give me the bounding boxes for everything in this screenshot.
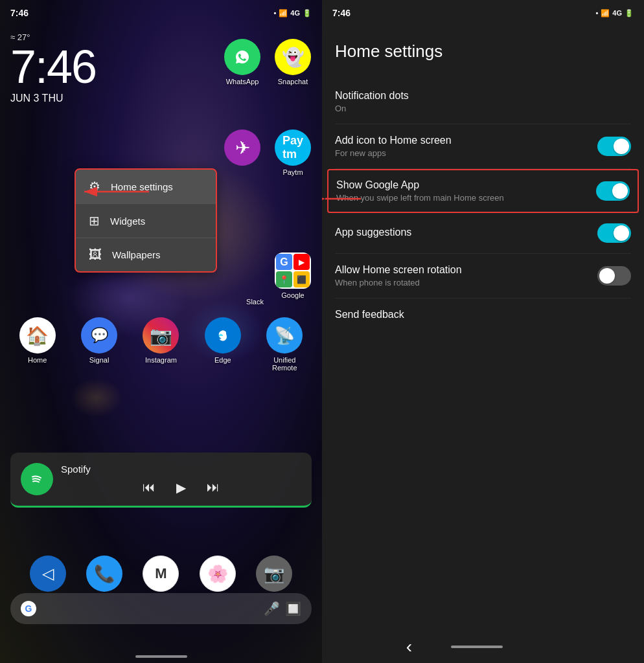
- google-apps-area: G ▶ 📍 ⬛ Google: [270, 253, 316, 299]
- wifi-icon: 📶: [279, 9, 288, 17]
- left-panel: 7:46 • 📶 4G 🔋 ≈ 27° 7:46 JUN 3 THU Whats…: [0, 0, 322, 663]
- add-icon-toggle-thumb: [614, 139, 629, 154]
- rotation-toggle[interactable]: [597, 266, 631, 286]
- camera-icon: 📷: [256, 556, 292, 592]
- settings-item-app-suggestions: App suggestions: [335, 213, 631, 254]
- google-multi-icon: G ▶ 📍 ⬛: [275, 253, 311, 289]
- app-icon-snapchat[interactable]: 👻 Snapchat: [270, 39, 316, 85]
- top-app-row: WhatsApp 👻 Snapchat: [220, 39, 316, 85]
- nav-bar-left: [0, 631, 322, 663]
- wallpapers-label: Wallpapers: [112, 249, 160, 260]
- settings-item-add-icon: Add icon to Home screen For new apps: [335, 124, 631, 169]
- clock-date: JUN 3 THU: [10, 93, 96, 104]
- app-icon-instagram[interactable]: 📷 Instagram: [138, 317, 183, 372]
- spotify-info: Spotify ⏮ ▶ ⏭: [61, 464, 301, 495]
- whatsapp-icon-circle: [224, 39, 260, 75]
- rotation-sub: When phone is rotated: [335, 278, 597, 287]
- show-google-text: Show Google App When you swipe left from…: [336, 179, 596, 203]
- prev-button[interactable]: ⏮: [143, 480, 155, 495]
- mic-icon[interactable]: 🎤: [264, 601, 280, 616]
- add-icon-toggle[interactable]: [597, 137, 631, 156]
- network-icon-right: 4G: [612, 9, 622, 17]
- unified-remote-icon-circle: 📡: [266, 317, 303, 354]
- edge-app-label: Edge: [214, 356, 231, 364]
- signal-icon-circle: 💬: [81, 317, 117, 354]
- app-suggestions-toggle-thumb: [614, 225, 629, 241]
- battery-icon-right: 🔋: [625, 9, 634, 17]
- app-icon-google[interactable]: G ▶ 📍 ⬛ Google: [270, 253, 316, 299]
- spotify-svg: [27, 469, 47, 489]
- search-bar[interactable]: G 🎤 🔲: [10, 593, 312, 624]
- add-icon-text: Add icon to Home screen For new apps: [335, 135, 597, 158]
- gear-icon: ⚙: [89, 179, 100, 194]
- slack-label-area: Slack: [246, 298, 264, 306]
- context-menu: ⚙ Home settings ⊞ Widgets 🖼 Wallpapers: [75, 168, 217, 273]
- play-button[interactable]: ▶: [176, 480, 186, 495]
- google-label: Google: [281, 291, 304, 299]
- time-right: 7:46: [332, 8, 351, 18]
- nav-bar-right: ‹: [322, 631, 644, 663]
- notification-dots-title: Notification dots: [335, 90, 631, 102]
- clock-time: 7:46: [10, 43, 96, 90]
- back-button[interactable]: ‹: [406, 636, 412, 657]
- add-icon-title: Add icon to Home screen: [335, 135, 597, 146]
- app-icon-home[interactable]: 🏠 Home: [15, 317, 60, 372]
- status-icons-left: • 📶 4G 🔋: [273, 9, 312, 17]
- plane-icon-circle: ✈: [224, 129, 260, 166]
- app-icon-unified-remote[interactable]: 📡 Unified Remote: [262, 317, 307, 372]
- instagram-icon-circle: 📷: [143, 317, 179, 354]
- settings-item-notification-dots: Notification dots On: [335, 80, 631, 124]
- dock-action-launcher[interactable]: ◁: [25, 556, 71, 592]
- mid-app-row: ✈ Paytm Paytm: [220, 129, 316, 176]
- home-indicator-right: [451, 646, 503, 648]
- widgets-icon: ⊞: [89, 213, 100, 229]
- home-app-label: Home: [28, 356, 47, 364]
- app-icon-plane[interactable]: ✈: [220, 129, 265, 176]
- app-icon-edge[interactable]: Edge: [200, 317, 246, 372]
- send-feedback-item[interactable]: Send feedback: [335, 298, 631, 331]
- notification-dots-sub: On: [335, 104, 631, 113]
- menu-item-wallpapers[interactable]: 🖼 Wallpapers: [76, 238, 216, 271]
- clock-widget: ≈ 27° 7:46 JUN 3 THU: [10, 32, 96, 104]
- unified-remote-app-label: Unified Remote: [262, 356, 307, 372]
- bottom-app-row: 🏠 Home 💬 Signal 📷 Instagram: [6, 317, 316, 372]
- snapchat-icon-circle: 👻: [275, 39, 311, 75]
- rotation-text: Allow Home screen rotation When phone is…: [335, 264, 597, 287]
- spotify-controls: ⏮ ▶ ⏭: [61, 480, 301, 495]
- home-settings-label: Home settings: [111, 181, 173, 192]
- menu-item-widgets[interactable]: ⊞ Widgets: [76, 204, 216, 238]
- edge-icon-circle: [205, 317, 241, 354]
- google-photos-icon: 🌸: [200, 556, 236, 592]
- menu-item-home-settings[interactable]: ⚙ Home settings: [76, 170, 216, 203]
- show-google-toggle[interactable]: [596, 181, 630, 201]
- home-indicator-left: [135, 655, 187, 658]
- notification-dots-text: Notification dots On: [335, 90, 631, 113]
- app-suggestions-text: App suggestions: [335, 227, 597, 240]
- dock-bar: ◁ 📞 M 🌸 📷: [0, 556, 322, 592]
- edge-svg: [212, 324, 234, 346]
- dock-google-photos[interactable]: 🌸: [195, 556, 240, 592]
- home-icon-circle: 🏠: [19, 317, 56, 354]
- next-button[interactable]: ⏭: [207, 480, 220, 495]
- widgets-label: Widgets: [110, 216, 145, 227]
- app-icon-whatsapp[interactable]: WhatsApp: [220, 39, 265, 85]
- time-left: 7:46: [10, 8, 29, 18]
- show-google-title: Show Google App: [336, 179, 596, 191]
- dock-camera[interactable]: 📷: [251, 556, 297, 592]
- whatsapp-svg: [231, 46, 253, 68]
- rotation-title: Allow Home screen rotation: [335, 264, 597, 276]
- dock-motorola[interactable]: M: [138, 556, 183, 592]
- show-google-toggle-thumb: [612, 183, 628, 199]
- action-launcher-icon: ◁: [30, 556, 66, 592]
- settings-item-show-google: Show Google App When you swipe left from…: [327, 169, 639, 213]
- app-icon-paytm[interactable]: Paytm Paytm: [270, 129, 316, 176]
- lens-icon[interactable]: 🔲: [285, 601, 301, 616]
- app-suggestions-toggle[interactable]: [597, 223, 631, 243]
- signal-dot-icon: •: [273, 9, 276, 17]
- app-icon-signal[interactable]: 💬 Signal: [76, 317, 122, 372]
- phone-icon: 📞: [86, 556, 122, 592]
- dock-phone[interactable]: 📞: [82, 556, 127, 592]
- spotify-widget: Spotify ⏮ ▶ ⏭: [10, 453, 312, 508]
- battery-icon: 🔋: [303, 9, 312, 17]
- status-bar-right: 7:46 • 📶 4G 🔋: [322, 0, 644, 26]
